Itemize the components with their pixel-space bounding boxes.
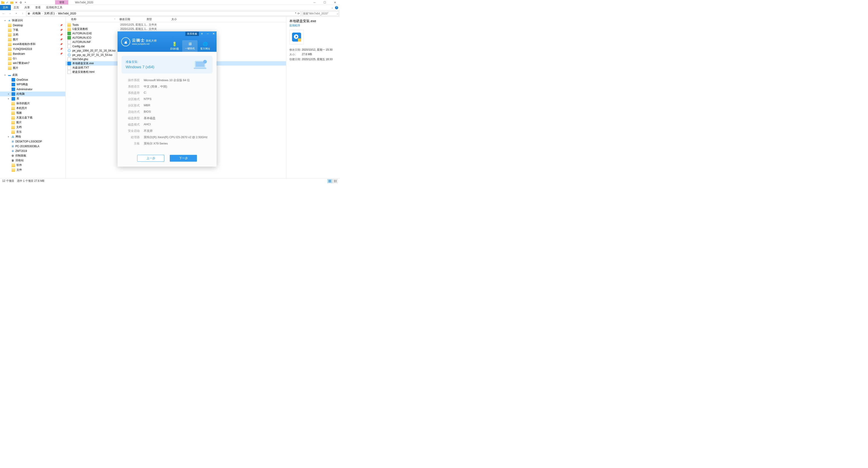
tree-item[interactable]: 下载📌 — [0, 28, 65, 32]
ribbon-tab-file[interactable]: 文件 — [0, 5, 11, 10]
contact-support-button[interactable]: 联系客服 — [185, 32, 199, 36]
tree-item[interactable]: G:\ — [0, 56, 65, 61]
view-details-button[interactable] — [327, 179, 332, 183]
tree-item[interactable]: WPS网盘 — [0, 82, 65, 87]
tree-item[interactable]: 图片📌 — [0, 37, 65, 42]
installer-tab[interactable]: 🌐 官方网址 — [197, 40, 213, 52]
tree-item[interactable]: 保存的图片 — [0, 101, 65, 106]
tree-item[interactable]: 本机照片 — [0, 106, 65, 111]
tree-network[interactable]: ▾🖧网络 — [0, 134, 65, 139]
tree-item[interactable]: 视频 — [0, 111, 65, 115]
tree-item[interactable]: Administrator — [0, 87, 65, 92]
next-button[interactable]: 下一步 — [170, 155, 197, 162]
column-type[interactable]: 类型 — [145, 18, 169, 21]
tree-item[interactable]: YUNQISHI2019📌 — [0, 46, 65, 51]
svg-rect-1 — [1, 1, 2, 2]
details-thumbnail — [289, 30, 304, 44]
file-row[interactable]: U盘安装教程 2020/12/25, 星期五 1... 文件夹 — [66, 27, 286, 31]
tree-item[interactable]: ▾库 — [0, 96, 65, 101]
tree-item[interactable]: 图片 — [0, 120, 65, 125]
tree-item[interactable]: Desktop📌 — [0, 23, 65, 28]
quick-access-toolbar: ✓ ✕ ⊙ ▼ — [0, 1, 28, 4]
new-folder-icon[interactable] — [10, 1, 13, 4]
tree-software[interactable]: 软件 — [0, 163, 65, 167]
maximize-button[interactable]: ☐ — [320, 0, 330, 5]
contextual-tab[interactable]: 管理 — [55, 0, 68, 4]
up-button[interactable]: ↑ — [20, 11, 25, 16]
spec-label: 系统语言 — [123, 85, 140, 89]
qat-dropdown-icon[interactable]: ▼ — [24, 1, 27, 4]
tree-recycle-bin[interactable]: 🗑回收站 — [0, 158, 65, 163]
column-name[interactable]: 名称⌃ — [66, 18, 118, 21]
file-type-icon — [67, 44, 71, 48]
tree-item[interactable]: win7重装win7 — [0, 61, 65, 66]
chevron-right-icon[interactable]: › — [42, 12, 43, 15]
spec-value: 中文 (简体，中国) — [144, 85, 167, 89]
ribbon-tab-view[interactable]: 查看 — [33, 5, 43, 10]
file-row[interactable]: Tools 2020/12/25, 星期五 1... 文件夹 — [66, 23, 286, 27]
tree-item[interactable]: 文档📌 — [0, 32, 65, 37]
tree-item[interactable]: 🖥DESKTOP-LSSOEDP — [0, 139, 65, 144]
spec-value: BIOS — [144, 110, 151, 114]
tree-item[interactable]: OneDrive — [0, 77, 65, 82]
prev-button[interactable]: 上一步 — [137, 155, 164, 162]
chevron-right-icon[interactable]: › — [31, 12, 31, 15]
tree-control-panel[interactable]: ⚙控制面板 — [0, 153, 65, 158]
ribbon-expand-icon[interactable]: ⌄ — [331, 6, 333, 9]
tree-item[interactable]: excel表格制作求和📌 — [0, 42, 65, 46]
minimize-button[interactable]: ─ — [309, 0, 320, 5]
crumb-docs[interactable]: 文档 (E:) — [43, 11, 56, 15]
spec-value: 基本磁盘 — [144, 116, 156, 120]
tree-item[interactable]: 文档 — [0, 125, 65, 129]
tab-label: 启动U盘 — [167, 47, 182, 51]
spec-row: 系统盘符 C: — [123, 90, 211, 96]
file-type-icon — [67, 40, 71, 44]
close-button[interactable]: ✕ — [330, 0, 340, 5]
tree-item[interactable]: 音乐 — [0, 129, 65, 134]
view-large-icons-button[interactable] — [333, 179, 338, 183]
installer-minimize-button[interactable]: ─ — [205, 31, 211, 36]
refresh-icon[interactable]: ⟳ — [298, 12, 300, 15]
recent-dropdown[interactable]: ▼ — [13, 11, 19, 16]
tree-item-label: Bandicam — [13, 52, 25, 55]
ribbon-tab-share[interactable]: 共享 — [22, 5, 33, 10]
check-icon[interactable]: ✓ — [5, 1, 9, 4]
breadcrumb[interactable]: 🖥 › 此电脑 › 文档 (E:) › Win7x64_2020 ▼ ⟳ — [26, 11, 301, 16]
file-type-icon — [67, 57, 71, 61]
tree-desktop[interactable]: ▾▬桌面 — [0, 72, 65, 77]
crumb-this-pc[interactable]: 此电脑 — [32, 11, 41, 15]
history-dropdown-icon[interactable]: ▼ — [295, 12, 297, 15]
tree-files[interactable]: 文件 — [0, 167, 65, 172]
search-input[interactable] — [303, 12, 337, 15]
installer-tab[interactable]: 🔋 启动U盘 — [167, 40, 182, 52]
search-box[interactable]: ⌕ — [302, 11, 339, 16]
forward-button[interactable]: → — [7, 11, 13, 16]
installer-tab[interactable]: 🖥 一键装机 — [182, 40, 197, 52]
installer-menu-button[interactable]: ≡ — [199, 31, 205, 36]
back-button[interactable]: ← — [1, 11, 6, 16]
tree-item[interactable]: 🖥PC-20190530OBLA — [0, 144, 65, 149]
tree-item[interactable]: 🖥ZMT2019 — [0, 149, 65, 153]
ribbon-tab-home[interactable]: 主页 — [11, 5, 22, 10]
folder-icon — [11, 125, 15, 129]
tree-item[interactable]: 图片 — [0, 66, 65, 70]
navigation-tree[interactable]: ▾★快速访问 Desktop📌下载📌文档📌图片📌excel表格制作求和📌YUNQ… — [0, 17, 66, 178]
tree-quick-access[interactable]: ▾★快速访问 — [0, 18, 65, 23]
tree-item-label: WPS网盘 — [17, 83, 28, 86]
installer-close-button[interactable]: ✕ — [211, 31, 217, 36]
spec-label: 磁盘模式 — [123, 123, 140, 127]
tree-item-label: Administrator — [17, 88, 33, 91]
search-icon[interactable]: ⌕ — [337, 12, 338, 15]
tree-item[interactable]: Bandicam📌 — [0, 51, 65, 56]
delete-icon[interactable]: ✕ — [14, 1, 18, 4]
chevron-right-icon[interactable]: › — [56, 12, 57, 15]
help-icon[interactable]: ? — [335, 6, 338, 9]
column-size[interactable]: 大小 — [169, 18, 188, 21]
properties-icon[interactable]: ⊙ — [19, 1, 23, 4]
tree-item[interactable]: ▾此电脑 — [0, 92, 65, 96]
item-icon — [11, 83, 15, 86]
tree-item[interactable]: 天翼云盘下载 — [0, 115, 65, 120]
ribbon-tab-apptools[interactable]: 应用程序工具 — [43, 5, 65, 10]
column-date[interactable]: 修改日期 — [118, 18, 145, 21]
crumb-folder[interactable]: Win7x64_2020 — [57, 12, 77, 15]
